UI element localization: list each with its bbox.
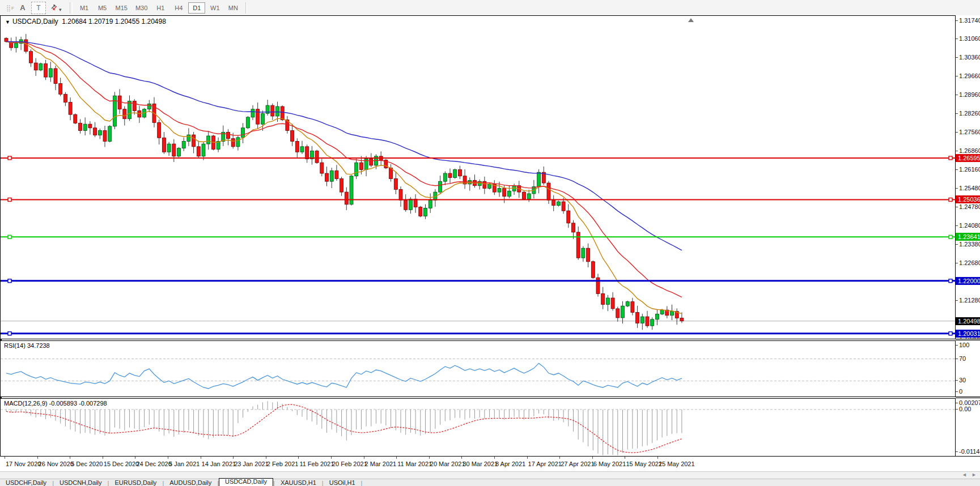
date-label: 15 Dec 2020 xyxy=(104,461,139,467)
price-tick-label: 1.28960 xyxy=(959,91,980,98)
moving-average-medium xyxy=(6,41,682,297)
text-label-button[interactable]: T xyxy=(31,2,46,14)
toolbar-separator xyxy=(245,2,247,14)
price-tick-label: 1.31060 xyxy=(959,35,980,42)
timeframe-button-m30[interactable]: M30 xyxy=(132,2,151,14)
rsi-tick-label: 100 xyxy=(959,342,969,348)
price-badge: 1.26595 xyxy=(956,154,980,162)
axis-pane-separator xyxy=(956,339,980,339)
date-label: 17 Nov 2020 xyxy=(6,461,41,467)
ohlc-close: 1.20498 xyxy=(141,18,166,25)
date-tick xyxy=(527,457,528,459)
collapse-triangle-icon[interactable]: ▼ xyxy=(5,19,10,25)
price-tick-label: 1.29660 xyxy=(959,73,980,79)
arrows-tool-button[interactable]: ▾ xyxy=(47,2,65,14)
date-label: 20 Feb 2021 xyxy=(332,461,367,467)
moving-average-fast xyxy=(6,41,682,314)
symbol-tab-usoil[interactable]: USOil,H1 xyxy=(324,479,361,486)
date-tick xyxy=(396,457,397,459)
rsi-indicator-pane[interactable]: RSI(14) 34.7238 xyxy=(0,340,956,397)
candlestick-chart[interactable] xyxy=(1,16,955,339)
line-handle xyxy=(949,332,952,335)
ohlc-high: 1.20719 xyxy=(88,18,113,25)
symbol-tab-audusd[interactable]: AUDUSD,Daily xyxy=(164,479,217,486)
macd-indicator-pane[interactable]: MACD(12,26,9) -0.005893 -0.007298 xyxy=(0,398,956,457)
price-tick-label: 1.26160 xyxy=(959,166,980,173)
date-tick xyxy=(37,457,38,459)
price-tick-label: 1.24780 xyxy=(959,203,980,210)
symbol-tab-eurusd[interactable]: EURUSD,Daily xyxy=(109,479,162,486)
line-handle xyxy=(949,279,952,283)
font-a-button[interactable]: A xyxy=(15,2,30,14)
macd-chart[interactable] xyxy=(1,399,955,456)
main-chart-pane[interactable]: ▼USDCAD,Daily 1.20684 1.20719 1.20455 1.… xyxy=(0,15,956,339)
date-tick xyxy=(592,457,593,459)
date-tick xyxy=(429,457,430,459)
ohlc-open: 1.20684 xyxy=(62,18,86,25)
diagonal-arrows-icon xyxy=(50,3,58,11)
axis-pane-separator xyxy=(956,398,980,398)
date-label: 17 Apr 2021 xyxy=(528,461,562,467)
rsi-line xyxy=(6,363,682,389)
line-handle xyxy=(949,198,952,201)
date-axis: 17 Nov 202026 Nov 20205 Dec 202015 Dec 2… xyxy=(0,457,956,471)
symbol-tab-usdcnh[interactable]: USDCNH,Daily xyxy=(54,479,108,486)
timeframe-button-m5[interactable]: M5 xyxy=(94,2,111,14)
toolbar-grip-icon[interactable]: ⣿F xyxy=(1,2,15,14)
line-handle xyxy=(8,156,11,160)
price-badge: 1.22000 xyxy=(956,277,980,285)
symbol-tab-usdchf[interactable]: USDCHF,Daily xyxy=(0,479,52,486)
price-tick-label: 1.30360 xyxy=(959,54,980,61)
line-handle xyxy=(949,235,952,238)
dropdown-caret-icon[interactable]: ▾ xyxy=(59,7,62,12)
timeframe-button-m15[interactable]: M15 xyxy=(112,2,131,14)
macd-signal-value: -0.007298 xyxy=(79,400,107,407)
date-label: 14 Jan 2021 xyxy=(202,461,236,467)
date-label: 5 Dec 2020 xyxy=(71,461,103,467)
axis-pane-separator xyxy=(956,340,980,340)
axis-pane-separator xyxy=(956,397,980,397)
rsi-value: 34.7238 xyxy=(27,342,50,349)
rsi-tick-label: 0 xyxy=(959,388,962,395)
date-label: 11 Mar 2021 xyxy=(397,461,432,467)
price-badge: 1.23641 xyxy=(956,233,980,241)
price-badge: 1.20031 xyxy=(956,330,980,338)
timeframe-button-m1[interactable]: M1 xyxy=(76,2,93,14)
price-axis: 1.317401.310601.303601.296601.289601.282… xyxy=(956,15,980,471)
rsi-tick-label: 70 xyxy=(959,355,966,362)
scroll-left-icon[interactable]: ◄ xyxy=(962,472,967,478)
date-label: 25 May 2021 xyxy=(659,461,695,467)
timeframe-bar: M1M5M15M30H1H4D1W1MN xyxy=(75,2,243,14)
date-label: 30 Mar 2021 xyxy=(463,461,498,467)
price-badge: 1.25036 xyxy=(956,195,980,203)
date-label: 6 May 2021 xyxy=(593,461,626,467)
timeframe-button-d1[interactable]: D1 xyxy=(188,2,205,14)
line-handle xyxy=(8,332,11,335)
scroll-right-icon[interactable]: ► xyxy=(971,472,977,478)
symbol-tab-xauusd[interactable]: XAUUSD,H1 xyxy=(275,479,322,486)
date-tick xyxy=(298,457,299,459)
tab-scroll-strip: ◄ ► xyxy=(0,471,980,479)
timeframe-button-h4[interactable]: H4 xyxy=(170,2,187,14)
symbol-tab-usdcad[interactable]: USDCAD,Daily xyxy=(219,478,273,486)
date-label: 24 Dec 2020 xyxy=(136,461,171,467)
timeframe-button-h1[interactable]: H1 xyxy=(152,2,169,14)
rsi-chart[interactable] xyxy=(1,341,955,397)
date-tick xyxy=(103,457,103,459)
price-tick-label: 1.26860 xyxy=(959,147,980,154)
price-badge: 1.20498 xyxy=(956,317,980,325)
date-label: 26 Nov 2020 xyxy=(39,461,74,467)
axis-pane-separator xyxy=(956,456,980,457)
macd-tick-label: 0.00 xyxy=(959,406,971,412)
price-tick-label: 1.28260 xyxy=(959,110,980,117)
date-label: 2 Mar 2021 xyxy=(365,461,397,467)
macd-histogram xyxy=(6,401,682,455)
date-tick xyxy=(364,457,364,459)
date-tick xyxy=(461,457,462,459)
timeframe-button-mn[interactable]: MN xyxy=(224,2,241,14)
toolbar-separator xyxy=(70,2,73,14)
macd-signal-line xyxy=(6,404,682,453)
line-handle xyxy=(949,156,952,160)
timeframe-button-w1[interactable]: W1 xyxy=(206,2,223,14)
line-handle xyxy=(8,235,11,238)
